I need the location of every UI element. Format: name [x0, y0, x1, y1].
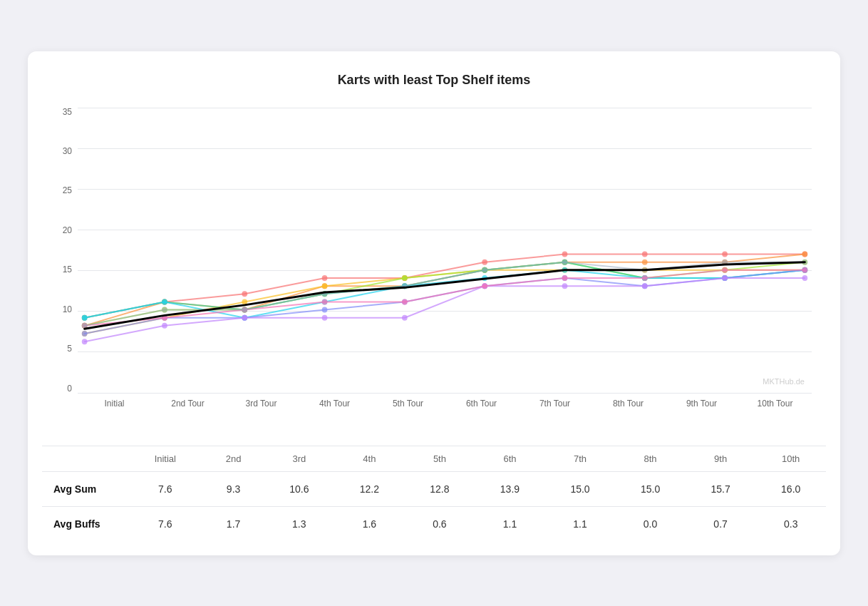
table-header-row: Initial 2nd 3rd 4th 5th 6th 7th 8th 9th …	[42, 446, 826, 472]
table-cell-0-9: 16.0	[755, 471, 826, 506]
header-initial: Initial	[128, 446, 203, 472]
x-label-8th: 8th Tour	[591, 399, 665, 409]
series-dot-8-9	[802, 267, 808, 272]
x-label-3rd: 3rd Tour	[224, 399, 298, 409]
series-dot-0-5	[482, 259, 487, 265]
chart-area: 0 5 10 15 20 25 30 35 Initial 2nd Tour 3…	[42, 101, 826, 428]
series-dot-0-8	[722, 251, 728, 257]
table-cell-1-7: 0.0	[615, 506, 686, 541]
y-axis: 0 5 10 15 20 25 30 35	[42, 108, 78, 393]
y-label-15: 15	[63, 265, 72, 274]
series-dot-9-2	[242, 307, 247, 312]
header-7th: 7th	[545, 446, 616, 472]
series-dot-7-9	[802, 275, 808, 281]
series-dot-7-6	[562, 283, 568, 289]
header-4th: 4th	[334, 446, 405, 472]
series-dot-7-8	[722, 275, 728, 281]
series-dot-6-3	[322, 307, 328, 312]
x-label-2nd: 2nd Tour	[151, 399, 224, 409]
series-line-0	[85, 254, 805, 317]
table-cell-1-6: 1.1	[545, 506, 616, 541]
series-dot-1-7	[642, 259, 648, 265]
header-9th: 9th	[686, 446, 756, 472]
series-dot-5-0	[82, 314, 88, 320]
series-dot-9-5	[482, 267, 487, 272]
x-label-initial: Initial	[78, 399, 151, 409]
data-table: Initial 2nd 3rd 4th 5th 6th 7th 8th 9th …	[42, 446, 826, 541]
series-dot-7-4	[402, 314, 408, 320]
x-axis: Initial 2nd Tour 3rd Tour 4th Tour 5th T…	[78, 393, 812, 428]
x-label-10th: 10th Tour	[738, 399, 812, 409]
table-cell-0-2: 10.6	[264, 471, 335, 506]
table-cell-1-3: 1.6	[334, 506, 405, 541]
table-row-label-1: Avg Buffs	[42, 506, 128, 541]
series-dot-8-3	[322, 299, 328, 304]
series-dot-2-3	[322, 283, 328, 289]
table-cell-1-1: 1.7	[203, 506, 264, 541]
table-cell-0-6: 15.0	[545, 471, 616, 506]
y-label-10: 10	[63, 305, 72, 314]
series-dot-8-8	[722, 267, 728, 272]
series-dot-0-3	[322, 275, 328, 281]
series-dot-8-5	[482, 283, 487, 289]
series-dot-0-2	[242, 291, 247, 297]
series-dot-3-4	[402, 275, 408, 281]
table-cell-0-3: 12.2	[334, 471, 405, 506]
series-dot-7-3	[322, 314, 328, 320]
watermark: MKTHub.de	[763, 377, 805, 386]
table-cell-1-5: 1.1	[475, 506, 545, 541]
header-5th: 5th	[405, 446, 475, 472]
y-label-5: 5	[67, 344, 72, 353]
y-label-0: 0	[67, 384, 72, 393]
main-card: Karts with least Top Shelf items 0 5 10 …	[28, 51, 840, 555]
header-6th: 6th	[475, 446, 545, 472]
x-label-4th: 4th Tour	[298, 399, 371, 409]
x-label-5th: 5th Tour	[371, 399, 445, 409]
y-label-30: 30	[63, 147, 72, 155]
chart-svg	[78, 108, 812, 393]
series-dot-8-7	[642, 275, 648, 281]
series-dot-0-6	[562, 251, 568, 257]
table-cell-0-1: 9.3	[203, 471, 264, 506]
series-dot-9-1	[162, 307, 167, 312]
series-dot-9-6	[562, 259, 568, 265]
header-empty	[42, 446, 128, 472]
series-dot-7-2	[242, 314, 247, 320]
table-cell-1-2: 1.3	[264, 506, 335, 541]
table-row: Avg Buffs7.61.71.31.60.61.11.10.00.70.3	[42, 506, 826, 541]
y-label-35: 35	[63, 108, 72, 116]
header-3rd: 3rd	[264, 446, 335, 472]
series-dot-8-6	[562, 275, 568, 281]
series-dot-5-1	[162, 299, 167, 304]
table-cell-1-4: 0.6	[405, 506, 475, 541]
table-cell-0-7: 15.0	[615, 471, 686, 506]
header-8th: 8th	[615, 446, 686, 472]
y-label-20: 20	[63, 226, 72, 235]
header-2nd: 2nd	[203, 446, 264, 472]
series-dot-6-0	[82, 331, 88, 337]
table-cell-1-8: 0.7	[686, 506, 756, 541]
table-section: Initial 2nd 3rd 4th 5th 6th 7th 8th 9th …	[42, 446, 826, 541]
series-dot-8-4	[402, 299, 408, 304]
table-cell-1-0: 7.6	[128, 506, 203, 541]
series-dot-7-7	[642, 283, 648, 289]
series-dot-7-0	[82, 339, 88, 344]
table-cell-1-9: 0.3	[755, 506, 826, 541]
table-row: Avg Sum7.69.310.612.212.813.915.015.015.…	[42, 471, 826, 506]
series-dot-0-7	[642, 251, 648, 257]
x-label-6th: 6th Tour	[445, 399, 518, 409]
series-dot-1-9	[802, 251, 808, 257]
table-cell-0-0: 7.6	[128, 471, 203, 506]
table-cell-0-4: 12.8	[405, 471, 475, 506]
table-cell-0-8: 15.7	[686, 471, 756, 506]
y-label-25: 25	[63, 186, 72, 195]
chart-title: Karts with least Top Shelf items	[42, 73, 826, 88]
table-cell-0-5: 13.9	[475, 471, 545, 506]
x-label-7th: 7th Tour	[518, 399, 591, 409]
table-row-label-0: Avg Sum	[42, 471, 128, 506]
header-10th: 10th	[755, 446, 826, 472]
series-dot-7-1	[162, 322, 167, 328]
x-label-9th: 9th Tour	[665, 399, 738, 409]
